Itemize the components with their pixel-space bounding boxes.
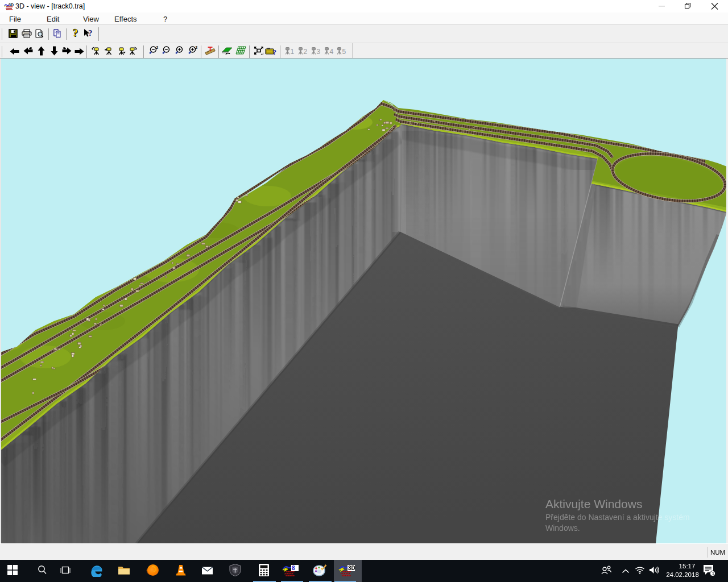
svg-text:2: 2	[156, 46, 158, 49]
svg-text:1: 1	[291, 48, 295, 55]
svg-text:Windows.: Windows.	[545, 523, 580, 533]
svg-text:?: ?	[73, 27, 78, 39]
svg-text:4: 4	[330, 48, 334, 55]
svg-text:8: 8	[292, 565, 295, 571]
svg-text:Přejděte do Nastavení a aktivu: Přejděte do Nastavení a aktivujte systém	[545, 513, 690, 522]
svg-text:Aktivujte Windows: Aktivujte Windows	[545, 497, 642, 510]
svg-text:1: 1	[712, 571, 715, 576]
svg-text:?: ?	[88, 28, 93, 38]
svg-text:2: 2	[304, 48, 308, 55]
svg-text:3: 3	[317, 48, 321, 55]
svg-text:2: 2	[195, 46, 197, 49]
svg-text:?: ?	[273, 48, 277, 56]
svg-text:3D: 3D	[348, 565, 355, 571]
svg-text:5: 5	[342, 48, 346, 55]
